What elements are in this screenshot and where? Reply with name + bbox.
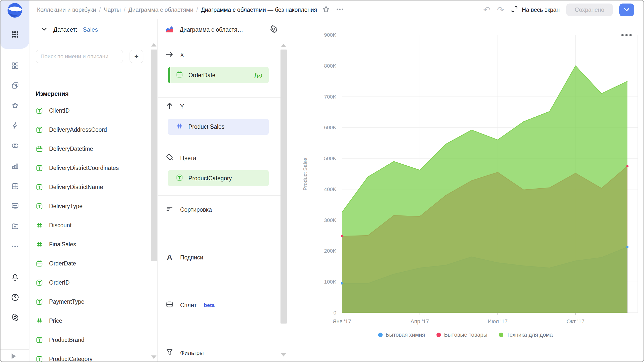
- dataset-panel: Датасет: Sales + Измерения ClientIDDeliv…: [29, 19, 158, 361]
- date-field-icon: [36, 260, 43, 267]
- datalens-logo[interactable]: [7, 3, 23, 18]
- dataset-field-OrderDate[interactable]: OrderDate: [29, 254, 148, 273]
- chevron-down-icon: [41, 25, 48, 34]
- dataset-header[interactable]: Датасет: Sales: [29, 19, 157, 40]
- notifications-bell-icon[interactable]: [1, 271, 29, 285]
- dataset-field-OrderID[interactable]: OrderID: [29, 273, 148, 292]
- shelf-section-split[interactable]: Сплит beta: [166, 300, 215, 311]
- shelf-section-filters[interactable]: Фильтры: [166, 347, 204, 358]
- breadcrumb-separator: /: [99, 7, 101, 13]
- legend-dot: [499, 333, 503, 337]
- string-field-icon: [36, 298, 43, 305]
- dataset-field-Discount[interactable]: Discount: [29, 216, 148, 235]
- svg-text:800K: 800K: [324, 63, 336, 69]
- chart-type-title[interactable]: Диаграмма с областя…: [180, 26, 243, 33]
- legend-label: Бытовая химия: [386, 332, 425, 338]
- apps-grid-icon[interactable]: [1, 28, 29, 42]
- shelf-section-x: X: [166, 50, 184, 61]
- field-search-input[interactable]: [36, 50, 123, 63]
- chart-preview-panel: 0100K200K300K400K500K600K700K800K900KЯнв…: [287, 19, 643, 361]
- dataset-field-ProductCategory[interactable]: ProductCategory: [29, 349, 148, 361]
- dataset-field-ProductBrand[interactable]: ProductBrand: [29, 330, 148, 349]
- shelf-filters-label: Фильтры: [180, 350, 204, 356]
- add-field-button[interactable]: +: [130, 50, 143, 63]
- expand-rail-arrow[interactable]: [12, 353, 16, 359]
- colors-field-chip[interactable]: ProductCategory: [168, 170, 269, 186]
- breadcrumb-separator: /: [124, 7, 125, 13]
- redo-icon[interactable]: ↷: [497, 6, 504, 14]
- string-field-icon: [36, 107, 43, 114]
- sidebar-item-gallery[interactable]: [1, 220, 29, 234]
- sidebar-item-collections[interactable]: [1, 59, 29, 73]
- dataset-name-link[interactable]: Sales: [83, 26, 98, 33]
- dataset-field-DeliveryDistrictCoordinates[interactable]: DeliveryDistrictCoordinates: [29, 158, 148, 177]
- formula-fx-icon[interactable]: ƒ(x): [254, 72, 262, 78]
- legend-item[interactable]: Бытовые товары: [436, 332, 487, 338]
- dataset-field-PaymentType[interactable]: PaymentType: [29, 292, 148, 311]
- saved-button[interactable]: Сохранено: [566, 4, 613, 16]
- help-icon[interactable]: [1, 291, 29, 305]
- fullscreen-button[interactable]: На весь экран: [511, 5, 560, 14]
- arrow-right-icon: [166, 51, 174, 59]
- shelf-sort-label: Сортировка: [180, 206, 212, 213]
- svg-text:Июл '17: Июл '17: [488, 318, 507, 325]
- number-field-icon: [176, 123, 183, 130]
- legend-item[interactable]: Техника для дома: [499, 332, 553, 338]
- breadcrumb-item[interactable]: Диаграмма с областями — без накопления: [201, 7, 317, 13]
- letter-a-icon: A: [166, 253, 174, 261]
- dataset-field-Price[interactable]: Price: [29, 311, 148, 330]
- sidebar-item-workbooks[interactable]: [1, 79, 29, 93]
- settings-gear-icon[interactable]: [1, 311, 29, 325]
- dataset-field-DeliveryDatetime[interactable]: DeliveryDatetime: [29, 139, 148, 158]
- shelf-section-labels[interactable]: A Подписи: [166, 252, 203, 263]
- breadcrumb-item[interactable]: Диаграмма с областями: [128, 7, 193, 13]
- sidebar-item-dashboards[interactable]: [1, 180, 29, 193]
- shelf-section-y: Y: [166, 101, 184, 112]
- undo-icon[interactable]: ↶: [483, 6, 491, 14]
- legend-item[interactable]: Бытовая химия: [378, 332, 425, 338]
- shelf-section-sort[interactable]: Сортировка: [166, 204, 212, 215]
- sidebar-item-monitoring[interactable]: [1, 200, 29, 213]
- svg-text:0: 0: [333, 310, 336, 315]
- x-chip-label: OrderDate: [188, 72, 215, 79]
- chart-settings-gear-icon[interactable]: [270, 25, 278, 34]
- chart-legend: Бытовая химияБытовые товарыТехника для д…: [287, 332, 643, 338]
- shelf-labels-label: Подписи: [180, 254, 203, 261]
- sidebar-item-datasets[interactable]: [1, 140, 29, 153]
- field-name: FinalSales: [49, 241, 76, 248]
- entry-more-icon[interactable]: [336, 6, 344, 14]
- breadcrumb-item[interactable]: Чарты: [104, 7, 120, 13]
- sidebar-item-connections[interactable]: [1, 119, 29, 133]
- sidebar-item-charts[interactable]: [1, 160, 29, 173]
- sidebar-item-more[interactable]: [1, 240, 29, 254]
- y-field-chip[interactable]: Product Sales: [168, 119, 269, 135]
- dataset-label: Датасет:: [53, 26, 77, 33]
- shelf-section-colors: Цвета: [166, 153, 196, 164]
- favorite-star-icon[interactable]: [322, 5, 330, 14]
- shelf-scroll-down-arrow[interactable]: [281, 353, 286, 356]
- shelf-scroll-up-arrow[interactable]: [281, 44, 286, 47]
- breadcrumb-item[interactable]: Коллекции и воркбуки: [37, 7, 96, 13]
- svg-text:200K: 200K: [324, 248, 336, 254]
- dataset-scroll-up-arrow[interactable]: [151, 43, 156, 47]
- dataset-field-ClientID[interactable]: ClientID: [29, 101, 148, 120]
- field-name: DeliveryDatetime: [49, 146, 93, 152]
- save-dropdown-button[interactable]: [619, 4, 634, 16]
- chart-menu-icon[interactable]: [621, 34, 632, 36]
- arrow-up-icon: [166, 103, 174, 111]
- dataset-field-DeliveryType[interactable]: DeliveryType: [29, 197, 148, 216]
- rail-footer: [1, 349, 29, 362]
- dataset-field-DeliveryAddressCoord[interactable]: DeliveryAddressCoord: [29, 120, 148, 139]
- x-field-chip[interactable]: OrderDate ƒ(x): [168, 67, 269, 83]
- shelf-scrollbar[interactable]: [280, 50, 287, 324]
- dataset-field-FinalSales[interactable]: FinalSales: [29, 235, 148, 254]
- area-chart-type-icon[interactable]: [165, 25, 174, 34]
- dataset-field-DeliveryDistrictName[interactable]: DeliveryDistrictName: [29, 177, 148, 197]
- sidebar-item-favorites[interactable]: [1, 99, 29, 113]
- fullscreen-label: На весь экран: [522, 7, 560, 13]
- dataset-scroll-down-arrow[interactable]: [151, 355, 156, 359]
- field-name: ClientID: [49, 107, 70, 114]
- field-name: DeliveryAddressCoord: [49, 126, 107, 133]
- dataset-scrollbar[interactable]: [151, 50, 157, 261]
- chart-settings-header: Диаграмма с областя…: [158, 19, 287, 40]
